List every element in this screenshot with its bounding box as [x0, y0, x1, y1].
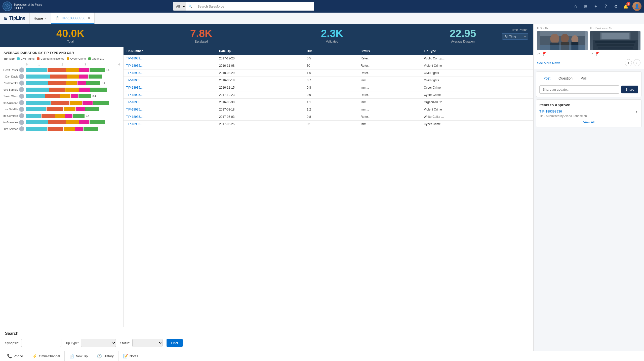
chatter-tabs: Post Question Poll	[539, 75, 638, 82]
svg-rect-15	[598, 47, 633, 49]
favorites-icon[interactable]: ☆	[572, 3, 579, 10]
bar-row: Tim Service	[4, 126, 120, 131]
app-logo: Department of the Future Tip Line	[3, 2, 43, 11]
app-name[interactable]: ⊞ TipLine	[0, 13, 30, 24]
tip-number-link[interactable]: TIP-18935...	[126, 86, 143, 89]
filter-button[interactable]: Filter	[167, 339, 183, 347]
table-row[interactable]: TIP-18935...2016-06-301.1Imm...Organized…	[124, 99, 533, 106]
flag-icon-2[interactable]: 🚩	[596, 52, 600, 56]
tip-number-link[interactable]: TIP-18935...	[126, 79, 143, 82]
top-navigation: Department of the Future Tip Line All 🔍 …	[0, 0, 644, 13]
table-row[interactable]: TIP-18939...2017-12-200.5Refer...Public …	[124, 55, 533, 62]
tip-number-link[interactable]: TIP-18935...	[126, 108, 143, 111]
settings-icon[interactable]: ⚙	[612, 3, 619, 10]
tip-number-link[interactable]: TIP-18939...	[126, 57, 143, 60]
chatter-input[interactable]	[539, 85, 619, 94]
tip-number-link[interactable]: TIP-18935...	[126, 71, 143, 75]
history-label: History	[103, 354, 113, 358]
news-navigation: ‹ ›	[625, 59, 640, 66]
news-card-1: U.S. · 1h	[537, 27, 588, 56]
news-next-button[interactable]: ›	[633, 59, 640, 66]
chatter-tab-post[interactable]: Post	[539, 75, 554, 82]
bottom-phone[interactable]: 📞 Phone	[3, 351, 28, 361]
add-icon[interactable]: ＋	[592, 3, 599, 10]
bottom-newtip[interactable]: 📄 New Tip	[65, 351, 92, 361]
status-select[interactable]: Referred Immediate	[132, 339, 163, 347]
time-period-dropdown[interactable]: All Time This Week This Month This Year	[502, 33, 528, 40]
tip-number-link[interactable]: TIP-18935...	[126, 122, 143, 126]
tab-home[interactable]: Home ▼	[30, 13, 51, 24]
time-period-section: Time Period: All Time This Week This Mon…	[502, 28, 528, 40]
global-search-bar: All 🔍	[173, 2, 314, 11]
logo-text: Department of the Future Tip Line	[14, 3, 42, 10]
tip-number-link[interactable]: TIP-18935...	[126, 64, 143, 67]
chart-title: AVERAGE DURATION BY TIP TYPE AND CSR	[4, 51, 120, 55]
table-row[interactable]: TIP-18935...2016-11-0830Refer...Violent …	[124, 62, 533, 69]
see-more-news[interactable]: See More News	[537, 61, 560, 65]
tip-number-link[interactable]: TIP-18935...	[126, 100, 143, 104]
svg-rect-14	[596, 44, 634, 46]
news-cards: U.S. · 1h	[537, 27, 640, 56]
bottom-omni[interactable]: ⚡ Omni-Channel	[28, 351, 65, 361]
right-panel: U.S. · 1h	[533, 24, 644, 351]
omni-icon: ⚡	[32, 354, 37, 358]
tab-tip[interactable]: 📋 TIP-189398936 ✕	[51, 13, 95, 24]
table-row[interactable]: TIP-18935...2017-03-181.2Imm...Violent C…	[124, 106, 533, 113]
chatter-tab-poll[interactable]: Poll	[577, 75, 590, 82]
col-duration: Dur...	[304, 47, 358, 55]
approve-tip-link[interactable]: TIP-189398936	[539, 110, 587, 113]
grid-icon: ⊞	[4, 16, 7, 21]
news-image-2	[590, 31, 641, 50]
search-input[interactable]	[195, 2, 314, 11]
legend-dot-cyber-crime	[67, 57, 69, 60]
history-icon: 🕐	[97, 354, 102, 358]
tab-close-icon[interactable]: ✕	[88, 16, 90, 20]
col-status: Status	[358, 47, 421, 55]
table-row[interactable]: TIP-18935...2018-03-291.5Refer...Civil R…	[124, 69, 533, 77]
table-row[interactable]: TIP-18935...2016-06-180.7Imm...Civil Rig…	[124, 77, 533, 84]
chatter-tab-question[interactable]: Question	[554, 75, 577, 82]
table-row[interactable]: TIP-18935...2017-05-030.8Refer...White-C…	[124, 113, 533, 121]
search-filter-dropdown[interactable]: All	[173, 2, 186, 11]
tip-number-link[interactable]: TIP-18935...	[126, 115, 143, 119]
bottom-notes[interactable]: 📝 Notes	[118, 351, 143, 361]
share-icon-1[interactable]: ↗	[537, 52, 540, 56]
table-row[interactable]: TIP-18935...2017-10-230.9Refer...Cyber C…	[124, 91, 533, 99]
favorites-list-icon[interactable]: ⊞	[582, 3, 589, 10]
tip-type-select[interactable]: Civil Rights Cyber Crime Violent Crime	[81, 339, 116, 347]
share-button[interactable]: Share	[621, 86, 638, 93]
notifications-icon[interactable]: 🔔	[622, 3, 629, 10]
bar-row: Chet Callahan	[4, 100, 120, 105]
tab-home-chevron[interactable]: ▼	[45, 17, 47, 20]
bar-row: Anita Gonzalez	[4, 120, 120, 125]
news-prev-button[interactable]: ‹	[625, 59, 632, 66]
user-avatar[interactable]: 👤	[632, 2, 641, 11]
col-date: Date Op...	[217, 47, 304, 55]
help-icon[interactable]: ?	[602, 3, 609, 10]
synopsis-field: Synopsis:	[5, 339, 61, 347]
stat-validated: 2.3K Validated	[267, 28, 397, 43]
legend-counterintelligence: Counterintelligence	[37, 57, 64, 60]
bottom-history[interactable]: 🕐 History	[92, 351, 118, 361]
chart-table-wrapper: AVERAGE DURATION BY TIP TYPE AND CSR Tip…	[0, 47, 533, 327]
legend-dot-organiz	[88, 57, 91, 60]
approve-section: Items to Approve TIP-189398936 Tip · Sub…	[536, 99, 641, 127]
nav-icon-bar: ☆ ⊞ ＋ ? ⚙ 🔔 👤	[572, 2, 641, 11]
view-all-link[interactable]: View All	[539, 120, 638, 124]
stats-card: 40.0K Total 7.8K Escalated 2.3K Validate…	[0, 24, 533, 47]
synopsis-label: Synopsis:	[5, 341, 19, 345]
phone-icon: 📞	[7, 354, 12, 358]
share-icon-2[interactable]: ↗	[590, 52, 593, 56]
stat-total: 40.0K Total	[5, 28, 136, 43]
table-row[interactable]: TIP-18935...2016-11-150.8Imm...Cyber Cri…	[124, 84, 533, 91]
approve-chevron-icon[interactable]: ▼	[635, 110, 638, 114]
svg-rect-17	[601, 33, 629, 39]
svg-point-8	[571, 35, 578, 43]
legend-dot-civil-rights	[17, 57, 20, 60]
flag-icon-1[interactable]: 🚩	[543, 52, 547, 56]
tip-number-link[interactable]: TIP-18935...	[126, 93, 143, 97]
status-label: Status:	[120, 341, 130, 345]
synopsis-input[interactable]	[21, 339, 61, 347]
search-form: Synopsis: Tip Type: Civil Rights Cyber C…	[5, 339, 528, 347]
table-row[interactable]: TIP-18935...2017-06-2532Imm...Cyber Crim…	[124, 121, 533, 128]
